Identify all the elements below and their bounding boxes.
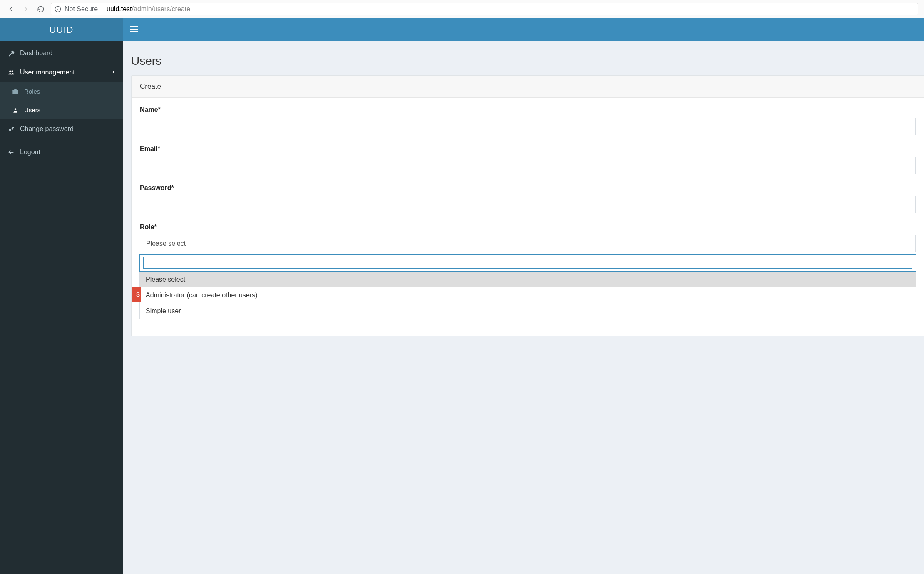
user-icon: [12, 107, 19, 113]
sidebar-item-label: Dashboard: [20, 49, 52, 57]
role-select-search-input[interactable]: [143, 257, 912, 269]
role-option-please-select[interactable]: Please select: [140, 272, 916, 287]
main-content: Users Create Name* Email* Password* Role…: [123, 41, 924, 574]
role-select-dropdown: Please select Administrator (can create …: [139, 272, 916, 319]
browser-reload-button[interactable]: [36, 4, 46, 14]
sidebar-item-label: Users: [24, 106, 40, 114]
form-group-role: Role* Please select Please select Admini…: [140, 223, 916, 319]
svg-rect-3: [130, 26, 138, 27]
svg-rect-8: [12, 90, 18, 94]
form-group-name: Name*: [140, 106, 916, 135]
not-secure-info-icon: [55, 6, 61, 12]
sidebar-item-users[interactable]: Users: [0, 101, 123, 119]
browser-url-field[interactable]: Not Secure uuid.test/admin/users/create: [51, 3, 918, 15]
role-option-administrator[interactable]: Administrator (can create other users): [140, 287, 916, 303]
sidebar: Dashboard User management Roles: [0, 41, 123, 574]
sidebar-item-user-management[interactable]: User management: [0, 63, 123, 82]
sidebar-item-label: Change password: [20, 125, 74, 133]
role-select-value: Please select: [146, 240, 186, 247]
name-label: Name*: [140, 106, 916, 114]
svg-point-6: [9, 70, 11, 72]
sidebar-item-label: Roles: [24, 88, 40, 95]
app-header: UUID: [0, 18, 924, 41]
sidebar-toggle-button[interactable]: [130, 26, 138, 34]
users-icon: [7, 69, 15, 76]
svg-rect-5: [130, 31, 138, 32]
role-select-search-wrap: [139, 254, 916, 272]
email-input[interactable]: [140, 157, 916, 174]
role-select[interactable]: Please select: [140, 235, 916, 252]
svg-point-10: [9, 129, 11, 131]
browser-forward-button[interactable]: [21, 4, 31, 14]
password-label: Password*: [140, 184, 916, 192]
email-label: Email*: [140, 145, 916, 153]
url-path: /admin/users/create: [132, 5, 191, 12]
not-secure-label: Not Secure: [65, 5, 102, 13]
name-input[interactable]: [140, 118, 916, 135]
url-host: uuid.test: [107, 5, 132, 12]
key-icon: [7, 126, 15, 132]
form-group-email: Email*: [140, 145, 916, 174]
sidebar-item-dashboard[interactable]: Dashboard: [0, 44, 123, 63]
page-title: Users: [131, 54, 924, 68]
role-label: Role*: [140, 223, 916, 231]
sidebar-item-label: User management: [20, 69, 75, 76]
svg-point-7: [12, 70, 13, 72]
browser-back-button[interactable]: [6, 4, 16, 14]
wrench-icon: [7, 50, 15, 57]
briefcase-icon: [12, 88, 19, 95]
browser-chrome: Not Secure uuid.test/admin/users/create: [0, 0, 924, 18]
svg-point-9: [15, 108, 17, 110]
app-logo[interactable]: UUID: [0, 18, 123, 41]
arrow-left-icon: [7, 149, 15, 156]
save-button-fragment: S: [136, 291, 140, 298]
save-button[interactable]: S: [132, 287, 141, 302]
sidebar-item-change-password[interactable]: Change password: [0, 119, 123, 139]
sidebar-item-label: Logout: [20, 148, 40, 156]
chevron-left-icon: [111, 69, 115, 75]
sidebar-item-roles[interactable]: Roles: [0, 82, 123, 101]
create-user-panel: Create Name* Email* Password* Role*: [131, 75, 924, 336]
panel-header: Create: [132, 76, 924, 98]
role-option-simple-user[interactable]: Simple user: [140, 303, 916, 319]
svg-rect-4: [130, 29, 138, 30]
password-input[interactable]: [140, 196, 916, 213]
sidebar-submenu-user-management: Roles Users: [0, 82, 123, 119]
sidebar-item-logout[interactable]: Logout: [0, 143, 123, 162]
form-group-password: Password*: [140, 184, 916, 213]
